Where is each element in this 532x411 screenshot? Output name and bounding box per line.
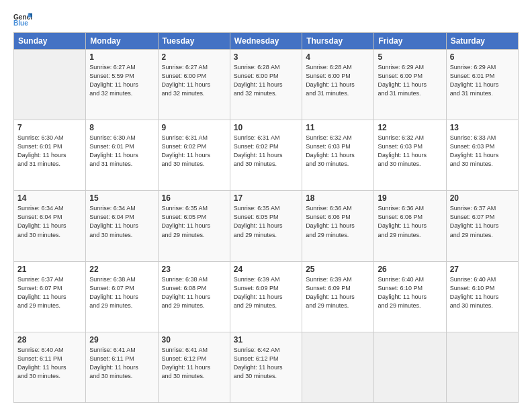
day-cell: 12Sunrise: 6:32 AMSunset: 6:03 PMDayligh… — [374, 120, 446, 191]
day-cell: 6Sunrise: 6:29 AMSunset: 6:01 PMDaylight… — [446, 50, 518, 120]
day-detail: Sunrise: 6:30 AMSunset: 6:01 PMDaylight:… — [89, 134, 154, 169]
day-cell: 25Sunrise: 6:39 AMSunset: 6:09 PMDayligh… — [302, 261, 374, 332]
day-cell: 31Sunrise: 6:42 AMSunset: 6:12 PMDayligh… — [230, 332, 302, 402]
day-cell: 3Sunrise: 6:28 AMSunset: 6:00 PMDaylight… — [230, 50, 302, 120]
weekday-header-row: SundayMondayTuesdayWednesdayThursdayFrid… — [14, 33, 519, 50]
day-detail: Sunrise: 6:29 AMSunset: 6:01 PMDaylight:… — [450, 63, 515, 98]
day-cell: 8Sunrise: 6:30 AMSunset: 6:01 PMDaylight… — [86, 120, 158, 191]
day-detail: Sunrise: 6:31 AMSunset: 6:02 PMDaylight:… — [234, 134, 298, 169]
day-cell: 16Sunrise: 6:35 AMSunset: 6:05 PMDayligh… — [158, 191, 230, 261]
week-row-5: 28Sunrise: 6:40 AMSunset: 6:11 PMDayligh… — [14, 332, 519, 402]
day-number: 29 — [89, 335, 154, 345]
day-number: 21 — [17, 265, 82, 274]
logo-icon: General Blue — [13, 12, 32, 27]
day-detail: Sunrise: 6:29 AMSunset: 6:00 PMDaylight:… — [378, 63, 442, 98]
day-number: 5 — [378, 52, 442, 62]
day-cell: 15Sunrise: 6:34 AMSunset: 6:04 PMDayligh… — [86, 191, 158, 261]
day-detail: Sunrise: 6:28 AMSunset: 6:00 PMDaylight:… — [234, 63, 298, 98]
day-detail: Sunrise: 6:34 AMSunset: 6:04 PMDaylight:… — [89, 204, 154, 239]
day-cell: 24Sunrise: 6:39 AMSunset: 6:09 PMDayligh… — [230, 261, 302, 332]
day-cell: 19Sunrise: 6:36 AMSunset: 6:06 PMDayligh… — [374, 191, 446, 261]
day-cell: 4Sunrise: 6:28 AMSunset: 6:00 PMDaylight… — [302, 50, 374, 120]
day-cell: 14Sunrise: 6:34 AMSunset: 6:04 PMDayligh… — [14, 191, 86, 261]
day-detail: Sunrise: 6:39 AMSunset: 6:09 PMDaylight:… — [234, 275, 298, 310]
day-detail: Sunrise: 6:32 AMSunset: 6:03 PMDaylight:… — [378, 134, 442, 169]
day-detail: Sunrise: 6:35 AMSunset: 6:05 PMDaylight:… — [162, 204, 226, 239]
day-number: 12 — [378, 123, 442, 132]
day-detail: Sunrise: 6:39 AMSunset: 6:09 PMDaylight:… — [306, 275, 370, 310]
day-number: 31 — [234, 335, 298, 345]
day-cell: 10Sunrise: 6:31 AMSunset: 6:02 PMDayligh… — [230, 120, 302, 191]
day-detail: Sunrise: 6:35 AMSunset: 6:05 PMDaylight:… — [234, 204, 298, 239]
day-cell: 17Sunrise: 6:35 AMSunset: 6:05 PMDayligh… — [230, 191, 302, 261]
day-number: 3 — [234, 52, 298, 62]
day-number: 19 — [378, 193, 442, 203]
day-number: 27 — [450, 265, 515, 274]
day-cell: 7Sunrise: 6:30 AMSunset: 6:01 PMDaylight… — [14, 120, 86, 191]
logo: General Blue — [13, 12, 32, 27]
day-number: 9 — [162, 123, 226, 132]
day-number: 16 — [162, 193, 226, 203]
day-detail: Sunrise: 6:34 AMSunset: 6:04 PMDaylight:… — [17, 204, 82, 239]
day-detail: Sunrise: 6:41 AMSunset: 6:11 PMDaylight:… — [89, 346, 154, 381]
day-number: 26 — [378, 265, 442, 274]
day-detail: Sunrise: 6:27 AMSunset: 5:59 PMDaylight:… — [89, 63, 154, 98]
day-number: 4 — [306, 52, 370, 62]
week-row-3: 14Sunrise: 6:34 AMSunset: 6:04 PMDayligh… — [14, 191, 519, 261]
day-detail: Sunrise: 6:41 AMSunset: 6:12 PMDaylight:… — [162, 346, 226, 381]
week-row-1: 1Sunrise: 6:27 AMSunset: 5:59 PMDaylight… — [14, 50, 519, 120]
day-cell — [302, 332, 374, 402]
day-cell: 11Sunrise: 6:32 AMSunset: 6:03 PMDayligh… — [302, 120, 374, 191]
calendar-table: SundayMondayTuesdayWednesdayThursdayFrid… — [13, 32, 519, 403]
day-number: 14 — [17, 193, 82, 203]
day-detail: Sunrise: 6:30 AMSunset: 6:01 PMDaylight:… — [17, 134, 82, 169]
svg-text:Blue: Blue — [13, 19, 28, 27]
day-number: 15 — [89, 193, 154, 203]
day-cell: 22Sunrise: 6:38 AMSunset: 6:07 PMDayligh… — [86, 261, 158, 332]
weekday-header-saturday: Saturday — [446, 33, 518, 50]
day-cell — [446, 332, 518, 402]
day-cell: 20Sunrise: 6:37 AMSunset: 6:07 PMDayligh… — [446, 191, 518, 261]
day-detail: Sunrise: 6:40 AMSunset: 6:10 PMDaylight:… — [450, 275, 515, 310]
day-number: 23 — [162, 265, 226, 274]
day-detail: Sunrise: 6:27 AMSunset: 6:00 PMDaylight:… — [162, 63, 226, 98]
weekday-header-thursday: Thursday — [302, 33, 374, 50]
day-cell: 1Sunrise: 6:27 AMSunset: 5:59 PMDaylight… — [86, 50, 158, 120]
day-number: 2 — [162, 52, 226, 62]
day-number: 7 — [17, 123, 82, 132]
day-cell: 21Sunrise: 6:37 AMSunset: 6:07 PMDayligh… — [14, 261, 86, 332]
day-detail: Sunrise: 6:38 AMSunset: 6:07 PMDaylight:… — [89, 275, 154, 310]
day-detail: Sunrise: 6:40 AMSunset: 6:10 PMDaylight:… — [378, 275, 442, 310]
day-number: 11 — [306, 123, 370, 132]
day-number: 24 — [234, 265, 298, 274]
day-cell: 9Sunrise: 6:31 AMSunset: 6:02 PMDaylight… — [158, 120, 230, 191]
day-cell: 23Sunrise: 6:38 AMSunset: 6:08 PMDayligh… — [158, 261, 230, 332]
day-detail: Sunrise: 6:32 AMSunset: 6:03 PMDaylight:… — [306, 134, 370, 169]
week-row-4: 21Sunrise: 6:37 AMSunset: 6:07 PMDayligh… — [14, 261, 519, 332]
day-cell: 29Sunrise: 6:41 AMSunset: 6:11 PMDayligh… — [86, 332, 158, 402]
day-number: 25 — [306, 265, 370, 274]
day-cell: 27Sunrise: 6:40 AMSunset: 6:10 PMDayligh… — [446, 261, 518, 332]
day-number: 10 — [234, 123, 298, 132]
weekday-header-monday: Monday — [86, 33, 158, 50]
day-cell: 5Sunrise: 6:29 AMSunset: 6:00 PMDaylight… — [374, 50, 446, 120]
day-number: 17 — [234, 193, 298, 203]
weekday-header-tuesday: Tuesday — [158, 33, 230, 50]
day-number: 30 — [162, 335, 226, 345]
day-cell: 2Sunrise: 6:27 AMSunset: 6:00 PMDaylight… — [158, 50, 230, 120]
weekday-header-wednesday: Wednesday — [230, 33, 302, 50]
weekday-header-friday: Friday — [374, 33, 446, 50]
day-detail: Sunrise: 6:40 AMSunset: 6:11 PMDaylight:… — [17, 346, 82, 381]
day-number: 22 — [89, 265, 154, 274]
day-detail: Sunrise: 6:36 AMSunset: 6:06 PMDaylight:… — [378, 204, 442, 239]
day-cell: 28Sunrise: 6:40 AMSunset: 6:11 PMDayligh… — [14, 332, 86, 402]
day-number: 20 — [450, 193, 515, 203]
day-detail: Sunrise: 6:36 AMSunset: 6:06 PMDaylight:… — [306, 204, 370, 239]
day-detail: Sunrise: 6:37 AMSunset: 6:07 PMDaylight:… — [450, 204, 515, 239]
day-number: 8 — [89, 123, 154, 132]
day-number: 18 — [306, 193, 370, 203]
day-detail: Sunrise: 6:33 AMSunset: 6:03 PMDaylight:… — [450, 134, 515, 169]
day-detail: Sunrise: 6:38 AMSunset: 6:08 PMDaylight:… — [162, 275, 226, 310]
day-detail: Sunrise: 6:37 AMSunset: 6:07 PMDaylight:… — [17, 275, 82, 310]
day-cell — [374, 332, 446, 402]
